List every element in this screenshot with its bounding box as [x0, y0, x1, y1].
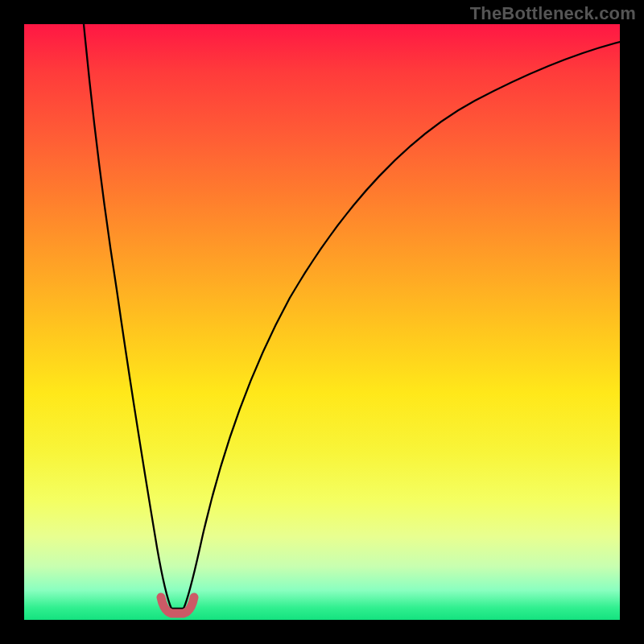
plot-area [24, 24, 620, 620]
optimal-marker [161, 597, 194, 613]
bottleneck-curve-path [84, 24, 620, 609]
curve-svg [24, 24, 620, 620]
chart-frame: TheBottleneck.com [0, 0, 644, 644]
watermark-text: TheBottleneck.com [470, 3, 636, 24]
